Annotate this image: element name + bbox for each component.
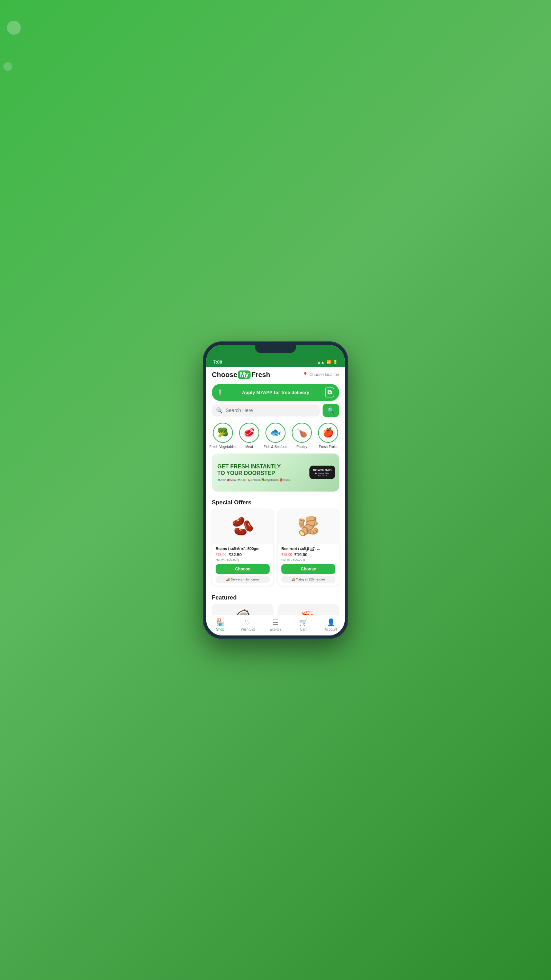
delivery-badge-0: 🚚 Delivery in tomorrow xyxy=(216,576,270,583)
phone-frame: 7:00 ▲▲ 📶 🔋 Choose My Fresh 📍 Choose loc… xyxy=(203,341,348,639)
nav-icon-explore: ☰ xyxy=(272,618,279,627)
product-info-1: Beetroot / ബീറ്റ്റൂട്ട് - ... ₹25.00 ₹19… xyxy=(278,544,339,585)
price-row-0: ₹35.00 ₹32.50 xyxy=(216,552,270,557)
promo-text: Apply MYAPP for free delivery xyxy=(226,390,325,395)
app-logo: Choose My Fresh xyxy=(212,371,270,379)
nav-item-wishlist[interactable]: ♡ Wish List xyxy=(238,618,258,631)
hero-download-button[interactable]: DOWNLOAD ▶ Google Play App Store xyxy=(309,466,335,479)
product-info-0: Beans / ബീൻസ് - 500gm ₹35.00 ₹32.50 Net … xyxy=(212,544,273,585)
category-circle-fresh-veg: 🥦 xyxy=(213,423,233,443)
app-content: Choose My Fresh 📍 Choose location ❕ Appl… xyxy=(206,367,345,615)
promo-alert-icon: ❕ xyxy=(217,389,224,396)
category-emoji-meat: 🥩 xyxy=(244,427,255,438)
app-header: Choose My Fresh 📍 Choose location xyxy=(206,367,345,381)
hero-title-line1: GET FRESH INSTANTLY xyxy=(217,463,304,470)
category-circle-meat: 🥩 xyxy=(239,423,259,443)
category-label-meat: Meat xyxy=(245,445,253,449)
price-new-0: ₹32.50 xyxy=(228,552,242,557)
price-row-1: ₹25.00 ₹19.00 xyxy=(281,552,335,557)
search-input-wrap: 🔍 xyxy=(212,404,320,417)
featured-card-1: 🦐 xyxy=(277,604,339,615)
hero-banner: GET FRESH INSTANTLY TO YOUR DOORSTEP 🐟Fi… xyxy=(212,453,339,492)
featured-title: Featured xyxy=(206,590,345,604)
category-emoji-fish-seafood: 🐟 xyxy=(270,427,281,438)
category-emoji-poultry: 🍗 xyxy=(296,427,307,438)
wifi-icon: 📶 xyxy=(326,360,331,364)
delivery-badge-1: 🚚 Today in 120 minutes xyxy=(281,576,335,583)
notch xyxy=(255,345,296,353)
hero-text-block: GET FRESH INSTANTLY TO YOUR DOORSTEP 🐟Fi… xyxy=(212,459,309,486)
nav-item-shop[interactable]: 🏪 Shop xyxy=(210,618,230,631)
search-input[interactable] xyxy=(226,407,316,413)
logo-my: My xyxy=(238,371,251,379)
category-item-meat[interactable]: 🥩 Meat xyxy=(238,423,260,449)
category-item-fish-seafood[interactable]: 🐟 Fish & Seafood xyxy=(264,423,287,449)
price-old-1: ₹25.00 xyxy=(281,553,292,557)
nav-item-explore[interactable]: ☰ Explore xyxy=(266,618,285,631)
search-button-icon: 🔍 xyxy=(327,407,334,414)
logo-fresh: Fresh xyxy=(251,371,270,379)
featured-emoji-0: 🥥 xyxy=(235,609,251,615)
phone-screen: 7:00 ▲▲ 📶 🔋 Choose My Fresh 📍 Choose loc… xyxy=(206,345,345,635)
hero-download-stores: ▶ Google Play App Store xyxy=(313,472,331,476)
category-emoji-fresh-fruits: 🍎 xyxy=(323,427,334,438)
location-pin-icon: 📍 xyxy=(302,372,308,377)
featured-card-0: 🥥 xyxy=(212,604,274,615)
app-store-icon: App Store xyxy=(318,474,327,476)
nav-label-explore: Explore xyxy=(270,627,281,631)
price-new-1: ₹19.00 xyxy=(294,552,307,557)
location-label: Choose location xyxy=(309,372,339,377)
status-bar: 7:00 ▲▲ 📶 🔋 xyxy=(206,357,345,367)
promo-banner: ❕ Apply MYAPP for free delivery ⧉ xyxy=(212,384,339,401)
choose-button-0[interactable]: Choose xyxy=(216,564,270,574)
featured-emoji-1: 🦐 xyxy=(301,609,316,615)
category-label-fish-seafood: Fish & Seafood xyxy=(264,445,287,449)
search-button[interactable]: 🔍 xyxy=(323,404,339,417)
search-bar: 🔍 🔍 xyxy=(212,404,339,417)
product-name-0: Beans / ബീൻസ് - 500gm xyxy=(216,547,270,551)
category-label-fresh-veg: Fresh Vegetables xyxy=(209,445,236,449)
category-label-fresh-fruits: Fresh Fruits xyxy=(319,445,337,449)
nav-icon-wishlist: ♡ xyxy=(245,618,251,627)
nav-icon-cart: 🛒 xyxy=(299,618,308,627)
bottom-nav: 🏪 Shop ♡ Wish List ☰ Explore 🛒 Cart 👤 Ac… xyxy=(206,615,345,635)
product-name-1: Beetroot / ബീറ്റ്റൂട്ട് - ... xyxy=(281,547,335,551)
status-time: 7:00 xyxy=(213,360,222,364)
signal-icon: ▲▲ xyxy=(317,360,325,364)
net-weight-1: Net wt : 500.00 g xyxy=(281,558,335,562)
price-old-0: ₹35.00 xyxy=(216,553,226,557)
nav-label-wishlist: Wish List xyxy=(241,627,255,631)
featured-row: 🥥🦐 xyxy=(206,604,345,615)
hero-download-label: DOWNLOAD xyxy=(313,468,331,472)
choose-button-1[interactable]: Choose xyxy=(281,564,335,574)
promo-copy-button[interactable]: ⧉ xyxy=(325,387,334,398)
status-icons: ▲▲ 📶 🔋 xyxy=(317,360,338,364)
battery-icon: 🔋 xyxy=(333,360,338,364)
notch-area xyxy=(206,345,345,357)
location-button[interactable]: 📍 Choose location xyxy=(302,372,339,377)
category-item-fresh-veg[interactable]: 🥦 Fresh Vegetables xyxy=(212,423,234,449)
nav-label-shop: Shop xyxy=(216,627,224,631)
net-weight-0: Net wt : 500.00 g xyxy=(216,558,270,562)
nav-icon-account: 👤 xyxy=(327,618,335,627)
category-circle-fish-seafood: 🐟 xyxy=(266,423,285,443)
special-offers-row: 🫘 Beans / ബീൻസ് - 500gm ₹35.00 ₹32.50 Ne… xyxy=(206,509,345,590)
search-icon: 🔍 xyxy=(216,407,223,414)
category-circle-poultry: 🍗 xyxy=(292,423,312,443)
special-offers-title: Special Offers xyxy=(206,495,345,509)
category-item-fresh-fruits[interactable]: 🍎 Fresh Fruits xyxy=(317,423,339,449)
category-label-poultry: Poultry xyxy=(296,445,307,449)
nav-icon-shop: 🏪 xyxy=(216,618,225,627)
hero-food-label: 🐟Fish 🥩Meat 🐄Beef 🍗Chicken 🥦Vegetables 🍎… xyxy=(217,479,290,482)
hero-food-items: 🐟Fish 🥩Meat 🐄Beef 🍗Chicken 🥦Vegetables 🍎… xyxy=(217,479,304,482)
nav-item-account[interactable]: 👤 Account xyxy=(321,618,341,631)
product-image-1: 🫚 xyxy=(278,509,339,544)
category-item-poultry[interactable]: 🍗 Poultry xyxy=(291,423,313,449)
nav-label-account: Account xyxy=(325,627,337,631)
product-image-0: 🫘 xyxy=(212,509,273,544)
nav-item-cart[interactable]: 🛒 Cart xyxy=(293,618,313,631)
hero-title-line2: TO YOUR DOORSTEP xyxy=(217,470,304,476)
product-card-1: 🫚 Beetroot / ബീറ്റ്റൂട്ട് - ... ₹25.00 ₹… xyxy=(277,509,339,586)
logo-choose: Choose xyxy=(212,371,237,379)
category-emoji-fresh-veg: 🥦 xyxy=(217,427,228,438)
